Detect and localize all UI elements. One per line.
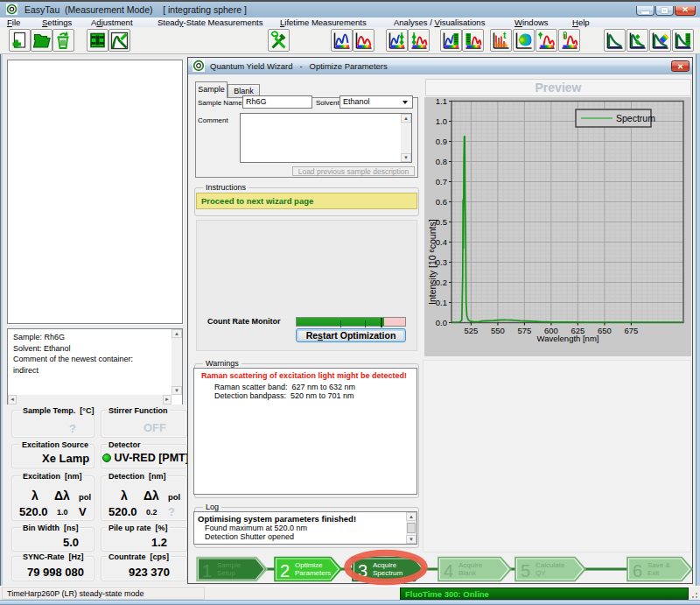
svg-text:Intensity [10 6counts]: Intensity [10 6counts] xyxy=(427,219,438,305)
svg-text:Setup: Setup xyxy=(217,569,235,577)
svg-text:0.0: 0.0 xyxy=(436,318,447,327)
svg-text:Spectrum: Spectrum xyxy=(616,113,655,123)
svg-text:5: 5 xyxy=(521,561,530,580)
svg-text:1.1: 1.1 xyxy=(436,97,447,106)
svg-text:1.0: 1.0 xyxy=(436,116,447,126)
svg-text:Acquire: Acquire xyxy=(458,561,483,569)
svg-text:Sample: Sample xyxy=(217,561,242,569)
svg-text:550: 550 xyxy=(491,326,505,335)
svg-text:6: 6 xyxy=(633,561,642,580)
svg-text:Parameters: Parameters xyxy=(295,569,331,577)
svg-text:t: t xyxy=(503,31,507,40)
svg-text:Save &: Save & xyxy=(648,561,670,569)
svg-text:0.7: 0.7 xyxy=(436,177,447,186)
svg-text:0.8: 0.8 xyxy=(436,157,447,166)
svg-text:575: 575 xyxy=(517,326,531,335)
svg-text:Blank: Blank xyxy=(458,569,477,577)
svg-text:525: 525 xyxy=(464,326,478,335)
svg-text:Optimize: Optimize xyxy=(295,561,323,569)
svg-text:675: 675 xyxy=(624,326,638,335)
svg-text:Wavelength [nm]: Wavelength [nm] xyxy=(537,334,599,343)
svg-text:Exit: Exit xyxy=(648,569,660,577)
svg-text:0.6: 0.6 xyxy=(436,197,447,207)
svg-text:650: 650 xyxy=(598,326,612,335)
svg-text:0.9: 0.9 xyxy=(436,137,447,146)
svg-text:Calculate: Calculate xyxy=(536,561,565,569)
svg-text:QY: QY xyxy=(536,569,546,577)
svg-text:2: 2 xyxy=(280,561,290,580)
svg-text:4: 4 xyxy=(444,561,453,580)
svg-text:1: 1 xyxy=(202,561,212,580)
